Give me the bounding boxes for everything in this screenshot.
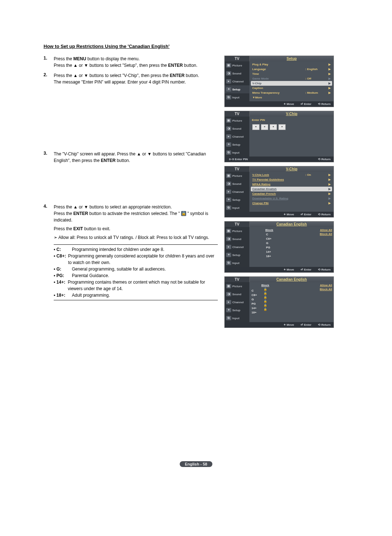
rating-item[interactable]: 14+ xyxy=(265,250,273,254)
chevron-right-icon: ▶ xyxy=(327,202,331,205)
sound-icon: ◑ xyxy=(226,182,231,186)
lock-icon[interactable]: 🔒 xyxy=(264,292,267,295)
menu-row[interactable]: Change PIN▶ xyxy=(251,201,332,206)
sidebar-item-picture[interactable]: ▣Picture xyxy=(225,172,249,180)
osd-column: TV Setup ▣Picture ◑Sound ▸Channel ✦Setup… xyxy=(224,56,333,328)
row-label: Game Mode xyxy=(252,77,305,80)
osd-tv-label: TV xyxy=(225,277,250,282)
rating-item[interactable]: 18+ xyxy=(251,310,258,314)
sidebar-item-setup[interactable]: ✦Setup xyxy=(225,251,249,259)
sidebar-item-picture[interactable]: ▣Picture xyxy=(225,117,249,125)
step-number: 3. xyxy=(44,151,54,164)
sidebar-item-sound[interactable]: ◑Sound xyxy=(225,125,249,133)
foot-return: ⟲ Return xyxy=(318,323,331,326)
menu-row[interactable]: Time▶ xyxy=(251,72,332,76)
rating-item[interactable]: G xyxy=(251,297,258,301)
sidebar-label: Channel xyxy=(232,80,244,83)
text: button. xyxy=(184,73,199,78)
def-text: Parental Guidance. xyxy=(72,272,109,279)
lock-icon[interactable]: 🔒 xyxy=(264,300,267,303)
def-text: Adult programming. xyxy=(72,292,110,299)
pin-digit[interactable]: * xyxy=(261,124,268,130)
sidebar-item-sound[interactable]: ◑Sound xyxy=(225,69,249,77)
menu-row[interactable]: Language: English▶ xyxy=(251,67,332,72)
menu-row[interactable]: Caption▶ xyxy=(251,86,332,90)
sidebar-item-input[interactable]: ⧉Input xyxy=(225,314,249,322)
pin-digit[interactable]: * xyxy=(252,124,260,130)
rating-item[interactable]: 18+ xyxy=(265,254,273,258)
sidebar-item-channel[interactable]: ▸Channel xyxy=(225,243,249,251)
menu-row[interactable]: Menu Transparency: Medium▶ xyxy=(251,90,332,95)
row-label: Language xyxy=(252,68,305,71)
sidebar-item-setup[interactable]: ✦Setup xyxy=(225,141,249,149)
sidebar-item-channel[interactable]: ▸Channel xyxy=(225,188,249,196)
sidebar-item-input[interactable]: ⧉Input xyxy=(225,149,249,157)
sidebar-item-channel[interactable]: ▸Channel xyxy=(225,133,249,141)
sidebar-label: Sound xyxy=(232,72,241,75)
channel-icon: ▸ xyxy=(226,134,231,139)
sidebar-label: Setup xyxy=(232,143,240,146)
menu-row[interactable]: TV Parental Guidelines▶ xyxy=(251,177,332,182)
lock-icon[interactable]: 🔒 xyxy=(264,296,267,299)
rating-item[interactable]: PG xyxy=(251,302,258,306)
sidebar-item-input[interactable]: ⧉Input xyxy=(225,93,249,101)
menu-row[interactable]: ▼More xyxy=(251,95,332,100)
input-icon: ⧉ xyxy=(226,95,231,100)
rating-item[interactable]: C xyxy=(265,232,273,236)
block-all-link[interactable]: Block All xyxy=(320,288,332,291)
osd-sidebar: ▣Picture ◑Sound ▸Channel ✦Setup ⧉Input xyxy=(225,172,249,212)
sidebar-item-setup[interactable]: ✦Setup xyxy=(225,196,249,204)
row-label: Caption xyxy=(252,86,305,90)
lock-icon[interactable]: 🔒 xyxy=(264,308,267,311)
sidebar-label: Sound xyxy=(232,237,241,241)
sidebar-item-picture[interactable]: ▣Picture xyxy=(225,227,249,235)
block-all-link[interactable]: Block All xyxy=(320,232,332,236)
sidebar-item-picture[interactable]: ▣Picture xyxy=(225,61,249,69)
rating-item[interactable]: PG xyxy=(265,245,273,249)
menu-row[interactable]: Plug & Play▶ xyxy=(251,62,332,67)
pin-digit[interactable]: * xyxy=(278,124,286,130)
sidebar-label: Picture xyxy=(232,64,242,67)
def-text: Programming generally considered accepta… xyxy=(68,253,218,266)
pin-input[interactable]: * * * * xyxy=(252,124,332,130)
osd-main: V-Chip Lock: On▶TV Parental Guidelines▶M… xyxy=(249,172,334,212)
menu-row[interactable]: MPAA Rating▶ xyxy=(251,182,332,187)
osd-main: Plug & Play▶Language: English▶Time▶Game … xyxy=(249,61,334,101)
osd-enter-pin: TV V-Chip ▣Picture ◑Sound ▸Channel ✦Setu… xyxy=(224,111,334,162)
input-icon: ⧉ xyxy=(226,206,231,210)
menu-row[interactable]: V-Chip Lock: On▶ xyxy=(251,172,332,177)
rating-item[interactable]: G xyxy=(265,241,273,245)
menu-row[interactable]: Downloadable U.S. Rating▶ xyxy=(251,196,332,201)
lock-icon[interactable]: 🔒 xyxy=(264,288,267,291)
rating-item[interactable]: C8+ xyxy=(251,293,258,297)
rating-item[interactable]: C8+ xyxy=(265,237,273,241)
sidebar-label: Input xyxy=(232,151,240,154)
lock-icon[interactable]: 🔒 xyxy=(264,304,267,307)
sidebar-item-input[interactable]: ⧉Input xyxy=(225,204,249,212)
sidebar-item-setup[interactable]: ✦Setup xyxy=(225,306,249,314)
sidebar-item-picture[interactable]: ▣Picture xyxy=(225,282,249,290)
rating-item[interactable]: 14+ xyxy=(251,306,258,310)
text: button. xyxy=(115,158,130,163)
osd-vchip: TV V-Chip ▣Picture ◑Sound ▸Channel ✦Setu… xyxy=(224,166,334,218)
channel-icon: ▸ xyxy=(226,79,231,84)
sidebar-item-channel[interactable]: ▸Channel xyxy=(225,77,249,85)
sidebar-item-sound[interactable]: ◑Sound xyxy=(225,180,249,188)
row-label: Canadian English xyxy=(252,187,305,191)
rating-item[interactable]: C xyxy=(251,289,258,293)
menu-row[interactable]: Game Mode: Off▶ xyxy=(251,76,332,81)
menu-row[interactable]: Canadian English▶ xyxy=(251,187,332,191)
row-label: V-Chip xyxy=(252,82,305,85)
lock-column: 🔒🔒🔒🔒🔒🔒 xyxy=(261,287,269,311)
allow-all-link[interactable]: Allow All xyxy=(320,228,332,232)
sidebar-item-input[interactable]: ⧉Input xyxy=(225,259,249,267)
sidebar-label: Sound xyxy=(232,293,241,296)
sidebar-item-setup[interactable]: ✦Setup xyxy=(225,85,249,93)
sidebar-item-sound[interactable]: ◑Sound xyxy=(225,235,249,243)
allow-all-link[interactable]: Allow All xyxy=(320,284,332,287)
sidebar-item-sound[interactable]: ◑Sound xyxy=(225,290,249,298)
sidebar-item-channel[interactable]: ▸Channel xyxy=(225,298,249,306)
menu-row[interactable]: V-Chip▶ xyxy=(251,81,332,86)
pin-digit[interactable]: * xyxy=(270,124,277,130)
menu-row[interactable]: Canadian French▶ xyxy=(251,191,332,196)
